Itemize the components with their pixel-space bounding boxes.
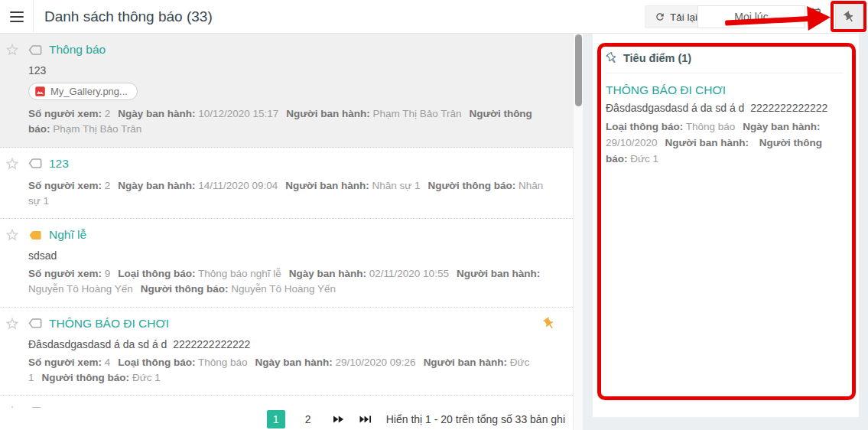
- fast-forward-icon[interactable]: [331, 412, 345, 426]
- tag-icon: [28, 43, 43, 57]
- time-filter-dropdown[interactable]: Mọi lúc: [697, 5, 805, 28]
- notification-meta: Số người xem: 9Loại thông báo: Thông báo…: [28, 266, 554, 298]
- pin-toggle-button[interactable]: [835, 4, 863, 30]
- notification-list-panel: Thông báo 123 My_Gallery.png... Số người…: [0, 34, 583, 430]
- refresh-icon: [655, 11, 665, 22]
- star-icon[interactable]: [5, 316, 20, 331]
- scrollbar-thumb[interactable]: [575, 34, 582, 106]
- tag-icon-holiday: [28, 228, 43, 243]
- star-icon[interactable]: [5, 156, 20, 171]
- notification-meta: Số người xem: 2Ngày ban hành: 14/11/2020…: [28, 178, 554, 210]
- notification-meta: Số người xem: 2Ngày ban hành: 10/12/2020…: [28, 106, 554, 138]
- image-file-icon: [34, 86, 46, 97]
- notification-title[interactable]: Nghĩ lễ: [49, 228, 86, 242]
- time-filter-value: Mọi lúc: [734, 11, 768, 23]
- pagination-summary: Hiển thị 1 - 20 trên tổng số 33 bản ghi: [386, 413, 565, 425]
- notification-body: sdsad: [28, 249, 554, 262]
- notification-title[interactable]: THÔNG BÁO ĐI CHƠI: [49, 317, 169, 331]
- notification-meta: Số người xem: 4Loại thông báo: Thông báo…: [28, 355, 554, 386]
- reload-button-label: Tải lại: [670, 11, 697, 23]
- scrollbar-track[interactable]: [573, 34, 583, 430]
- pushpin-icon: [840, 8, 858, 26]
- last-page-icon[interactable]: [359, 412, 372, 426]
- page-1-button[interactable]: 1: [267, 410, 285, 428]
- pushpin-outline-icon: [603, 50, 620, 67]
- attachment-chip[interactable]: My_Gallery.png...: [28, 83, 138, 100]
- tag-icon: [28, 156, 43, 171]
- pagination-bar: 1 2 Hiển thị 1 - 20 trên tổng số 33 bản …: [0, 408, 573, 430]
- tag-icon: [28, 316, 43, 331]
- hamburger-menu-icon[interactable]: [8, 8, 26, 25]
- page-title: Danh sách thông báo (33): [44, 0, 213, 34]
- spotlight-item-meta: Loại thông báo: Thông báoNgày ban hành: …: [606, 119, 844, 168]
- attachment-name: My_Gallery.png...: [50, 86, 128, 97]
- notification-list-page: Danh sách thông báo (33) Tải lại Mọi lúc: [0, 0, 868, 430]
- star-icon[interactable]: [5, 227, 20, 243]
- notification-body: Đâsdasdgasdasd á da sd á d 2222222222222: [28, 338, 554, 350]
- pinned-indicator-icon[interactable]: [542, 317, 556, 331]
- calendar-icon[interactable]: [809, 7, 822, 20]
- spotlight-item-title[interactable]: THÔNG BÁO ĐI CHƠI: [606, 83, 844, 97]
- notification-title[interactable]: Thông báo: [49, 43, 106, 57]
- header-divider: [33, 0, 34, 34]
- spotlight-header: Tiêu điểm (1): [606, 52, 844, 73]
- notification-title[interactable]: 123: [49, 157, 69, 171]
- notification-items: Thông báo 123 My_Gallery.png... Số người…: [0, 34, 573, 430]
- list-item[interactable]: Nghĩ lễ sdsad Số người xem: 9Loại thông …: [0, 219, 573, 308]
- star-icon[interactable]: [5, 42, 20, 57]
- page-2-button[interactable]: 2: [299, 410, 317, 428]
- notification-body: 123: [28, 64, 554, 77]
- list-item[interactable]: Thông báo 123 My_Gallery.png... Số người…: [0, 34, 573, 148]
- spotlight-header-label: Tiêu điểm (1): [623, 52, 691, 64]
- spotlight-item-body: Đâsdasdgasdasd á da sd á d 2222222222222: [606, 102, 844, 114]
- list-item[interactable]: THÔNG BÁO ĐI CHƠI Đâsdasdgasdasd á da sd…: [0, 308, 573, 396]
- list-item[interactable]: 123 Số người xem: 2Ngày ban hành: 14/11/…: [0, 148, 573, 220]
- header: Danh sách thông báo (33) Tải lại Mọi lúc: [0, 0, 868, 34]
- spotlight-panel: Tiêu điểm (1) THÔNG BÁO ĐI CHƠI Đâsdasdg…: [593, 34, 859, 417]
